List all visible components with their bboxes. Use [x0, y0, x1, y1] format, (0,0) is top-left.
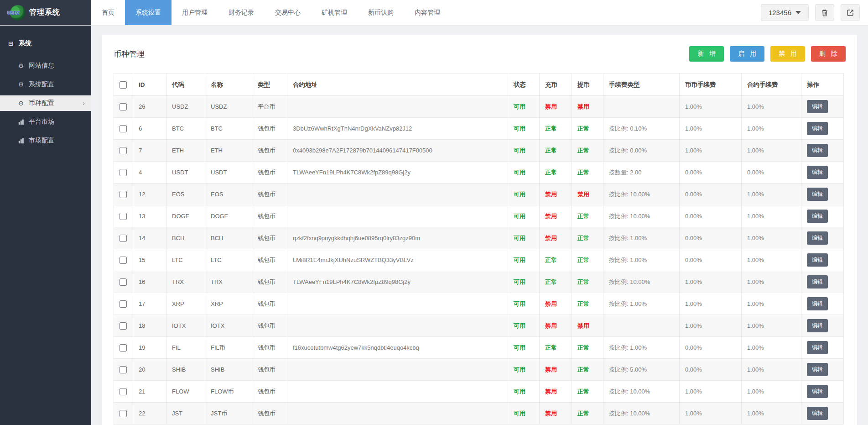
edit-button[interactable]: 编辑 [807, 319, 828, 332]
gear-icon: ⚙ [17, 62, 25, 69]
row-checkbox[interactable] [120, 235, 127, 242]
cell-fee_type: 按比例: 1.00% [603, 337, 680, 359]
cell-name: FLOW币 [205, 381, 252, 403]
cell-deposit: 正常 [540, 118, 572, 140]
cell-action: 编辑 [801, 315, 844, 337]
table-row: 13DOGEDOGE钱包币可用禁用正常按比例: 10.00%0.00%1.00%… [114, 205, 844, 227]
edit-button[interactable]: 编辑 [807, 100, 828, 113]
edit-button[interactable]: 编辑 [807, 363, 828, 376]
cell-type: 钱包币 [252, 271, 287, 293]
trash-button[interactable] [815, 4, 834, 21]
withdraw-badge: 正常 [577, 213, 589, 220]
deposit-badge: 禁用 [545, 410, 557, 417]
row-checkbox[interactable] [120, 388, 127, 395]
sidebar-item-market-config[interactable]: 市场配置› [0, 133, 91, 148]
delete-button[interactable]: 删 除 [811, 46, 846, 62]
cell-contract: TLWAeeYFn19LPh4K7C8Wk2fpZ89q98Gj2y [287, 162, 508, 184]
cell-contract_fee: 1.00% [742, 403, 801, 425]
cell-fee_type: 按比例: 1.00% [603, 227, 680, 249]
cell-contract_fee: 1.00% [742, 271, 801, 293]
nav-item-finance-records[interactable]: 财务记录 [218, 0, 265, 25]
cell-contract_fee: 1.00% [742, 205, 801, 227]
user-dropdown[interactable]: 123456 [761, 4, 809, 21]
cell-deposit: 禁用 [540, 403, 572, 425]
row-checkbox[interactable] [120, 410, 127, 417]
nav-item-new-coin-subscription[interactable]: 新币认购 [358, 0, 404, 25]
nav-item-user-management[interactable]: 用户管理 [172, 0, 218, 25]
row-checkbox[interactable] [120, 300, 127, 308]
edit-button[interactable]: 编辑 [807, 231, 828, 245]
edit-button[interactable]: 编辑 [807, 253, 828, 267]
edit-button[interactable]: 编辑 [807, 407, 828, 420]
cell-fee_type: 按比例: 10.00% [603, 381, 680, 403]
cell-status: 可用 [508, 381, 540, 403]
nav-item-content-management[interactable]: 内容管理 [404, 0, 451, 25]
enable-button[interactable]: 启 用 [730, 46, 764, 62]
nav-item-system-settings[interactable]: 系统设置 [125, 0, 172, 25]
nav-item-home[interactable]: 首页 [91, 0, 125, 25]
cell-code: XRP [166, 293, 205, 315]
row-checkbox[interactable] [120, 278, 127, 286]
cell-status: 可用 [508, 140, 540, 162]
cell-action: 编辑 [801, 359, 844, 381]
edit-button[interactable]: 编辑 [807, 341, 828, 354]
cell-withdraw: 正常 [572, 403, 603, 425]
cell-contract_fee: 1.00% [742, 140, 801, 162]
edit-button[interactable]: 编辑 [807, 122, 828, 135]
edit-button[interactable]: 编辑 [807, 210, 828, 223]
column-header-check[interactable] [114, 74, 133, 96]
row-checkbox[interactable] [120, 366, 127, 373]
cell-withdraw: 正常 [572, 118, 603, 140]
cell-deposit: 禁用 [540, 315, 572, 337]
column-header-contract_fee: 合约手续费 [742, 74, 801, 96]
row-checkbox[interactable] [120, 103, 127, 110]
column-header-id: ID [133, 74, 166, 96]
nav-item-miner-management[interactable]: 矿机管理 [311, 0, 358, 25]
edit-button[interactable]: 编辑 [807, 144, 828, 157]
cell-check [114, 184, 133, 205]
edit-button[interactable]: 编辑 [807, 385, 828, 398]
disable-button[interactable]: 禁 用 [770, 46, 805, 62]
add-button[interactable]: 新 增 [689, 46, 724, 62]
row-checkbox[interactable] [120, 213, 127, 220]
sidebar-section-system[interactable]: ⊟ 系统 [0, 35, 91, 55]
row-checkbox[interactable] [120, 147, 127, 154]
row-checkbox[interactable] [120, 125, 127, 132]
logo-usdz-text: USDZ [7, 10, 20, 16]
cell-status: 可用 [508, 293, 540, 315]
sidebar-item-site-info[interactable]: ⚙网站信息› [0, 58, 91, 73]
top-nav: 首页系统设置用户管理财务记录交易中心矿机管理新币认购内容管理 [91, 0, 451, 25]
cell-name: BCH [205, 227, 252, 249]
sidebar-item-system-config[interactable]: ⚙系统配置› [0, 77, 91, 92]
deposit-badge: 正常 [545, 344, 557, 351]
cell-fee_type: 按比例: 1.00% [603, 249, 680, 271]
edit-button[interactable]: 编辑 [807, 297, 828, 310]
row-checkbox[interactable] [120, 169, 127, 176]
deposit-badge: 正常 [545, 278, 557, 285]
column-header-deposit: 充币 [540, 74, 572, 96]
sidebar-item-coin-config[interactable]: ⊙币种配置› [0, 95, 91, 111]
edit-button[interactable]: 编辑 [807, 166, 828, 179]
cell-contract_fee: 1.00% [742, 249, 801, 271]
edit-button[interactable]: 编辑 [807, 275, 828, 289]
cell-fee_type: 按比例: 0.00% [603, 140, 680, 162]
cell-withdraw: 正常 [572, 249, 603, 271]
row-checkbox[interactable] [120, 322, 127, 330]
cell-id: 18 [133, 315, 166, 337]
cell-type: 钱包币 [252, 205, 287, 227]
row-checkbox[interactable] [120, 191, 127, 198]
bar-chart-icon [17, 119, 25, 125]
cell-status: 可用 [508, 249, 540, 271]
cell-contract [287, 96, 508, 118]
cell-deposit: 正常 [540, 140, 572, 162]
nav-item-trade-center[interactable]: 交易中心 [265, 0, 311, 25]
logo[interactable]: USDZ 管理系统 [0, 0, 91, 25]
logout-button[interactable] [841, 4, 860, 21]
row-checkbox[interactable] [120, 257, 127, 264]
withdraw-badge: 正常 [577, 235, 589, 241]
cell-action: 编辑 [801, 140, 844, 162]
select-all-checkbox[interactable] [120, 81, 127, 89]
row-checkbox[interactable] [120, 344, 127, 352]
edit-button[interactable]: 编辑 [807, 188, 828, 201]
sidebar-item-platform-market[interactable]: 平台市场› [0, 114, 91, 130]
